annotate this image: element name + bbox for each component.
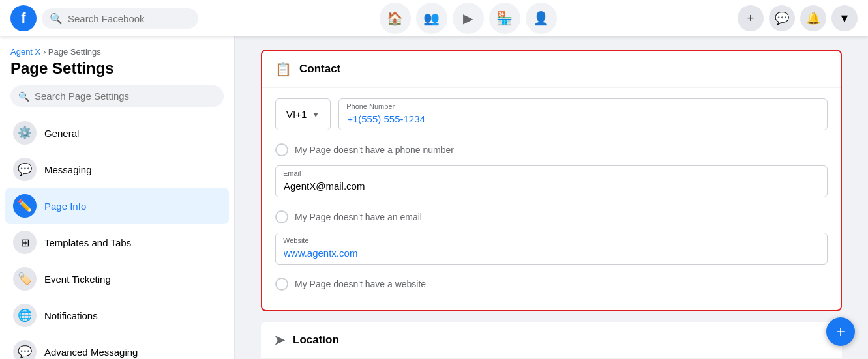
messenger-button[interactable]: 💬 xyxy=(769,5,795,31)
phone-row: VI+1 ▼ Phone Number xyxy=(275,98,828,130)
search-icon: 🔍 xyxy=(50,12,63,25)
location-card: ➤ Location Address xyxy=(261,322,842,359)
sidebar-item-notifications[interactable]: 🌐 Notifications xyxy=(5,297,229,334)
no-website-option[interactable]: My Page doesn't have a website xyxy=(275,272,828,300)
phone-input-wrap: Phone Number xyxy=(338,98,828,130)
sidebar-item-label: Templates and Tabs xyxy=(44,237,131,248)
location-title: Location xyxy=(293,334,339,347)
location-card-header: ➤ Location xyxy=(261,322,842,359)
sidebar-item-label: Notifications xyxy=(44,310,98,321)
create-button[interactable]: + xyxy=(738,5,764,31)
sidebar-item-event-ticketing[interactable]: 🏷️ Event Ticketing xyxy=(5,261,229,297)
sidebar-search-icon: 🔍 xyxy=(18,91,29,102)
sidebar-item-label: Event Ticketing xyxy=(44,274,111,285)
no-email-label: My Page doesn't have an email xyxy=(295,212,422,222)
sidebar-item-messaging[interactable]: 💬 Messaging xyxy=(5,151,229,188)
page-title: Page Settings xyxy=(5,59,229,85)
sidebar-item-label: Advanced Messaging xyxy=(44,347,138,358)
no-website-label: My Page doesn't have a website xyxy=(295,279,426,289)
advanced-messaging-icon: 💬 xyxy=(13,340,37,359)
sidebar-search-input[interactable] xyxy=(35,91,216,102)
page-info-icon: ✏️ xyxy=(13,194,37,218)
contact-card-icon: 📋 xyxy=(275,61,292,77)
phone-number-input[interactable] xyxy=(338,98,828,130)
watch-nav-button[interactable]: ▶ xyxy=(453,3,484,34)
sidebar-item-label: Messaging xyxy=(44,164,92,175)
page-layout: Agent X › Page Settings Page Settings 🔍 … xyxy=(0,0,868,359)
notifications-icon: 🌐 xyxy=(13,304,37,327)
facebook-logo: f xyxy=(10,5,37,31)
home-nav-button[interactable]: 🏠 xyxy=(380,3,411,34)
top-navigation: f 🔍 🏠 👥 ▶ 🏪 👤 + 💬 🔔 ▼ xyxy=(0,0,868,36)
sidebar-item-templates-tabs[interactable]: ⊞ Templates and Tabs xyxy=(5,224,229,261)
location-icon: ➤ xyxy=(274,332,285,348)
sidebar-item-general[interactable]: ⚙️ General xyxy=(5,115,229,151)
chevron-down-icon: ▼ xyxy=(312,110,320,119)
no-website-radio[interactable] xyxy=(275,278,288,291)
no-phone-option[interactable]: My Page doesn't have a phone number xyxy=(275,138,828,165)
email-field-wrap: Email xyxy=(275,165,828,197)
no-phone-label: My Page doesn't have a phone number xyxy=(295,145,454,155)
messaging-icon: 💬 xyxy=(13,158,37,181)
no-email-option[interactable]: My Page doesn't have an email xyxy=(275,205,828,233)
nav-center: 🏠 👥 ▶ 🏪 👤 xyxy=(203,3,732,34)
search-input[interactable] xyxy=(68,13,190,24)
sidebar: Agent X › Page Settings Page Settings 🔍 … xyxy=(0,36,235,359)
contact-card: 📋 Contact VI+1 ▼ Phone Number xyxy=(261,50,842,311)
country-code-value: VI+1 xyxy=(286,109,307,120)
email-input[interactable] xyxy=(275,165,828,197)
website-input[interactable] xyxy=(275,233,828,265)
sidebar-item-label: General xyxy=(44,128,79,139)
website-field-wrap: Website xyxy=(275,233,828,265)
sidebar-item-advanced-messaging[interactable]: 💬 Advanced Messaging xyxy=(5,334,229,359)
country-code-select[interactable]: VI+1 ▼ xyxy=(275,98,331,130)
breadcrumb-current: Page Settings xyxy=(48,47,101,57)
phone-number-label: Phone Number xyxy=(346,102,395,110)
groups-nav-button[interactable]: 👤 xyxy=(526,3,557,34)
main-content: 📋 Contact VI+1 ▼ Phone Number xyxy=(235,36,868,359)
templates-icon: ⊞ xyxy=(13,231,37,254)
menu-button[interactable]: ▼ xyxy=(831,5,858,31)
sidebar-item-label: Page Info xyxy=(44,201,86,212)
no-phone-radio[interactable] xyxy=(275,143,288,156)
no-email-radio[interactable] xyxy=(275,210,288,223)
contact-title: Contact xyxy=(299,63,340,76)
event-icon: 🏷️ xyxy=(13,267,37,291)
website-label: Website xyxy=(283,237,309,244)
fab-button[interactable]: + xyxy=(826,317,855,346)
contact-card-body: VI+1 ▼ Phone Number My Page doesn't have… xyxy=(262,88,841,310)
general-icon: ⚙️ xyxy=(13,121,37,145)
contact-card-header: 📋 Contact xyxy=(262,51,841,88)
sidebar-search[interactable]: 🔍 xyxy=(10,85,224,107)
sidebar-item-page-info[interactable]: ✏️ Page Info xyxy=(5,188,229,224)
friends-nav-button[interactable]: 👥 xyxy=(416,3,447,34)
nav-right: + 💬 🔔 ▼ xyxy=(738,5,858,31)
marketplace-nav-button[interactable]: 🏪 xyxy=(489,3,520,34)
notifications-button[interactable]: 🔔 xyxy=(800,5,826,31)
breadcrumb: Agent X › Page Settings xyxy=(5,47,229,59)
breadcrumb-parent-link[interactable]: Agent X xyxy=(10,47,40,57)
search-bar[interactable]: 🔍 xyxy=(42,8,198,29)
email-label: Email xyxy=(283,169,301,177)
